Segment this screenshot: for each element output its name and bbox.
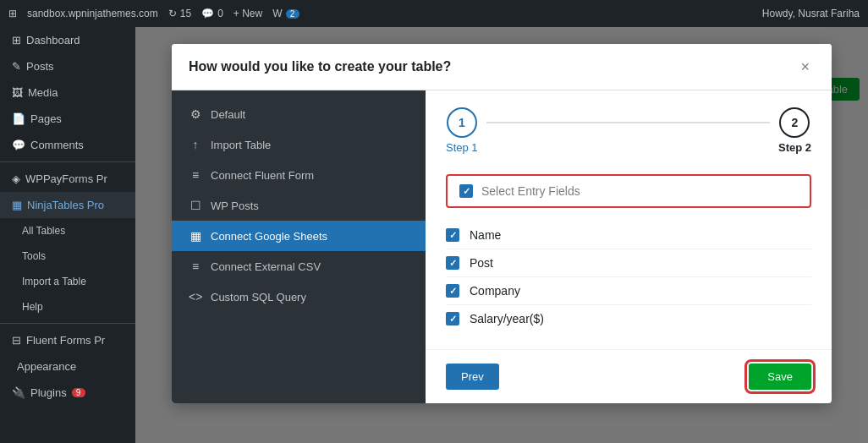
modal-sidebar-connect-google-sheets[interactable]: ▦ Connect Google Sheets <box>172 221 426 251</box>
page-layout: ⊞ Dashboard ✎ Posts 🖼 Media 📄 Pages 💬 Co… <box>0 27 868 443</box>
modal-sidebar-import-table[interactable]: ↑ Import Table <box>172 129 426 160</box>
modal-overlay: How would you like to create your table?… <box>135 27 868 443</box>
step-1: 1 Step 1 <box>446 107 478 154</box>
modal-sidebar-default[interactable]: ⚙ Default <box>172 99 426 129</box>
select-all-checkbox[interactable] <box>459 184 473 198</box>
step-2-label: Step 2 <box>778 141 811 154</box>
site-name[interactable]: sandbox.wpninjathemes.com <box>27 8 158 19</box>
posts-icon: ☐ <box>189 199 202 212</box>
field-name-label: Name <box>470 228 501 242</box>
save-button[interactable]: Save <box>749 364 811 390</box>
modal-sidebar: ⚙ Default ↑ Import Table ≡ Connect Fluen… <box>172 90 426 403</box>
dashboard-icon: ⊞ <box>12 34 21 46</box>
media-icon: 🖼 <box>12 86 23 99</box>
gear-icon: ⚙ <box>189 107 202 121</box>
field-row-post: Post <box>446 249 811 277</box>
form-icon: ≡ <box>189 168 202 182</box>
wppayfoms-icon: ◈ <box>12 172 20 185</box>
modal-sidebar-connect-external-csv[interactable]: ≡ Connect External CSV <box>172 251 426 282</box>
sidebar-item-fluentforms[interactable]: ⊟ Fluent Forms Pr <box>0 327 135 353</box>
modal-close-button[interactable]: × <box>795 57 815 76</box>
field-post-label: Post <box>470 256 493 270</box>
pages-icon: 📄 <box>12 112 25 125</box>
admin-bar-left: ⊞ sandbox.wpninjathemes.com ↻ 15 💬 0 + N… <box>8 8 752 19</box>
name-checkbox[interactable] <box>446 228 459 242</box>
step-1-label: Step 1 <box>446 141 478 154</box>
modal-footer: Prev Save <box>426 349 832 403</box>
modal-sidebar-custom-sql[interactable]: <> Custom SQL Query <box>172 282 426 312</box>
create-table-modal: How would you like to create your table?… <box>172 44 832 403</box>
step-1-circle: 1 <box>447 107 477 138</box>
prev-button[interactable]: Prev <box>446 364 499 390</box>
admin-bar: ⊞ sandbox.wpninjathemes.com ↻ 15 💬 0 + N… <box>0 0 868 27</box>
sidebar-divider-1 <box>0 161 135 162</box>
step-line <box>486 122 770 123</box>
steps-container: 1 Step 1 2 Step 2 <box>446 107 811 154</box>
sidebar-item-pages[interactable]: 📄 Pages <box>0 106 135 132</box>
plugins-badge: 9 <box>72 388 85 397</box>
comments-item[interactable]: 💬 0 <box>201 8 223 19</box>
csv-icon: ≡ <box>189 260 202 273</box>
modal-main-wrapper: 1 Step 1 2 Step 2 <box>426 90 832 403</box>
plugins-icon: 🔌 <box>12 386 25 399</box>
sidebar-item-alltables[interactable]: All Tables <box>0 218 135 243</box>
plugin-badge: 2 <box>286 9 299 19</box>
sidebar-item-tools[interactable]: Tools <box>0 243 135 269</box>
posts-icon: ✎ <box>12 60 21 73</box>
sidebar-item-plugins[interactable]: 🔌 Plugins 9 <box>0 380 135 406</box>
field-row-salary: Salary/year($) <box>446 305 811 332</box>
select-fields-label: Select Entry Fields <box>481 184 580 198</box>
salary-checkbox[interactable] <box>446 312 459 325</box>
modal-sidebar-wp-posts[interactable]: ☐ WP Posts <box>172 190 426 221</box>
wp-sidebar: ⊞ Dashboard ✎ Posts 🖼 Media 📄 Pages 💬 Co… <box>0 27 135 443</box>
modal-body: ⚙ Default ↑ Import Table ≡ Connect Fluen… <box>172 90 832 403</box>
modal-title: How would you like to create your table? <box>189 59 451 74</box>
post-checkbox[interactable] <box>446 256 459 270</box>
modal-sidebar-connect-fluent-form[interactable]: ≡ Connect Fluent Form <box>172 160 426 190</box>
wp-logo[interactable]: ⊞ <box>8 8 17 19</box>
ninjatables-icon: ▦ <box>12 199 22 211</box>
sidebar-item-appearance[interactable]: Appearance <box>0 353 135 380</box>
comments-icon: 💬 <box>12 139 25 151</box>
main-content: Import Table How would you like to creat… <box>135 27 868 443</box>
sidebar-item-media[interactable]: 🖼 Media <box>0 79 135 106</box>
field-company-label: Company <box>470 284 520 298</box>
select-fields-box: Select Entry Fields <box>446 174 811 208</box>
modal-header: How would you like to create your table?… <box>172 44 832 90</box>
fluentforms-icon: ⊟ <box>12 334 21 347</box>
sidebar-item-ninjatables[interactable]: ▦ NinjaTables Pro <box>0 192 135 218</box>
sidebar-item-dashboard[interactable]: ⊞ Dashboard <box>0 27 135 53</box>
step-2: 2 Step 2 <box>778 107 811 154</box>
field-salary-label: Salary/year($) <box>470 312 544 325</box>
upload-icon: ↑ <box>189 138 202 151</box>
sheets-icon: ▦ <box>189 229 202 243</box>
updates-item[interactable]: ↻ 15 <box>168 8 191 19</box>
howdy-text: Howdy, Nusrat Fariha <box>762 8 860 19</box>
sidebar-item-wppayforms[interactable]: ◈ WPPayForms Pr <box>0 166 135 192</box>
new-item[interactable]: + New <box>233 8 262 19</box>
plugin-item[interactable]: W 2 <box>272 8 299 19</box>
sidebar-item-posts[interactable]: ✎ Posts <box>0 53 135 79</box>
company-checkbox[interactable] <box>446 284 459 298</box>
sidebar-item-help[interactable]: Help <box>0 294 135 320</box>
sidebar-divider-2 <box>0 323 135 324</box>
sql-icon: <> <box>189 290 202 304</box>
modal-main: 1 Step 1 2 Step 2 <box>426 90 832 349</box>
step-2-circle: 2 <box>779 107 810 138</box>
sidebar-item-importatable[interactable]: Import a Table <box>0 269 135 294</box>
field-row-company: Company <box>446 277 811 305</box>
sidebar-item-comments[interactable]: 💬 Comments <box>0 132 135 158</box>
field-row-name: Name <box>446 222 811 249</box>
